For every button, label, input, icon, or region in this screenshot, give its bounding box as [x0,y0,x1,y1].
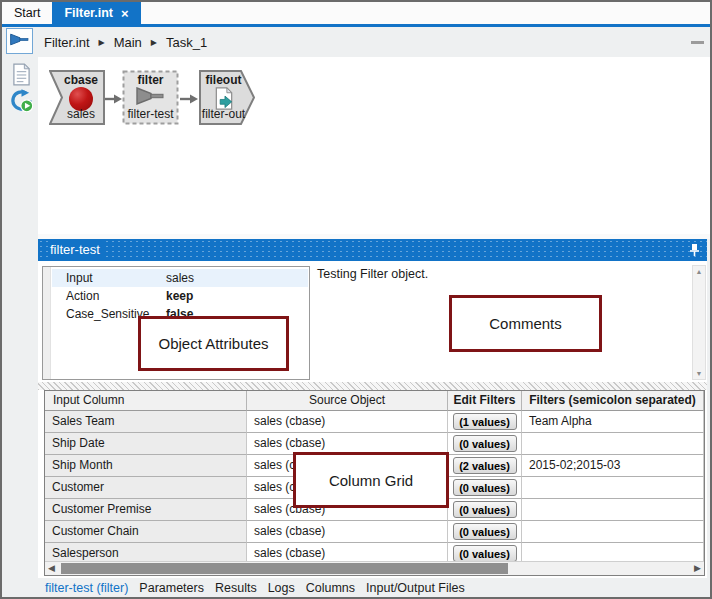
edit-filters-button[interactable]: (1 values) [453,413,517,430]
chevron-right-icon: ▶ [99,37,105,47]
attribute-label: Case_Sensitive [66,305,149,323]
collapse-panel-button[interactable] [691,41,704,44]
interactive-mode-button[interactable] [6,28,33,54]
scroll-right-icon[interactable]: ▶ [694,563,701,573]
attribute-row: Input sales [52,269,308,287]
application-window: Start Filter.int × Filter.int ▶ Main ▶ T… [0,0,712,599]
connector-arrow-icon [180,91,198,103]
node-cbase-sales[interactable]: cbase sales [49,70,105,125]
edit-filters-cell: (0 values) [448,433,522,455]
breadcrumb-item-main[interactable]: Main [114,35,142,50]
header-edit-filters: Edit Filters [448,391,522,411]
tab-filter-int[interactable]: Filter.int × [52,2,140,24]
edit-filters-cell: (0 values) [448,477,522,499]
breadcrumb: Filter.int ▶ Main ▶ Task_1 [44,27,207,57]
hatched-splitter[interactable] [38,382,707,390]
flow-canvas[interactable]: cbase sales filter filter-test [38,57,710,234]
breadcrumb-item-file[interactable]: Filter.int [44,35,90,50]
edit-filters-cell: (1 values) [448,411,522,433]
node-type-label: filter [122,73,179,87]
node-type-label: fileout [199,73,255,87]
horizontal-scrollbar[interactable]: ◀ ▶ [45,561,704,575]
edit-filters-button[interactable]: (0 values) [453,523,517,540]
properties-panel-titlebar: filter-test [38,239,707,261]
tab-results[interactable]: Results [215,581,257,595]
tab-filter-int-label: Filter.int [64,6,113,20]
source-object-cell[interactable]: sales (cbase) [247,521,448,543]
table-row: Sales Team sales (cbase) (1 values) Team… [45,411,704,433]
tab-start-label: Start [14,6,40,20]
breadcrumb-item-task[interactable]: Task_1 [166,35,207,50]
annotation-label: Comments [489,315,562,332]
scroll-down-icon[interactable]: ▼ [693,370,705,377]
header-input-column: Input Column [45,391,247,411]
attribute-label: Action [66,287,99,305]
node-name-label: sales [49,107,105,121]
edit-filters-button[interactable]: (0 values) [453,435,517,452]
tab-start[interactable]: Start [2,2,52,24]
document-tab-bar: Start Filter.int × [2,2,710,24]
attribute-row: Action keep [52,287,308,305]
annotation-object-attributes: Object Attributes [138,316,289,371]
filters-cell[interactable] [522,499,704,521]
edit-filters-cell: (0 values) [448,521,522,543]
filters-cell[interactable]: 2015-02;2015-03 [522,455,704,477]
tab-input-output-files[interactable]: Input/Output Files [366,581,465,595]
input-column-cell[interactable]: Customer Premise [45,499,247,521]
connector-arrow-icon [105,91,122,103]
edit-filters-button[interactable]: (0 values) [453,479,517,496]
filters-cell[interactable] [522,477,704,499]
edit-filters-cell: (0 values) [448,499,522,521]
run-history-icon[interactable] [9,88,33,112]
filters-cell[interactable] [522,433,704,455]
comments-scrollbar[interactable]: ▲ ▼ [692,265,706,380]
bottom-tab-bar: filter-test (filter) Parameters Results … [2,578,710,597]
edit-filters-button[interactable]: (0 values) [453,545,517,562]
annotation-comments: Comments [449,295,602,352]
source-object-cell[interactable]: sales (cbase) [247,411,448,433]
attribute-value[interactable]: keep [166,287,193,305]
panel-title: filter-test [50,239,106,261]
edit-filters-button[interactable]: (0 values) [453,501,517,518]
funnel-icon [10,32,30,50]
tab-filter-test-filter[interactable]: filter-test (filter) [45,581,128,595]
node-name-label: filter-out [199,107,255,121]
tab-columns[interactable]: Columns [306,581,355,595]
input-column-cell[interactable]: Ship Date [45,433,247,455]
chevron-right-icon: ▶ [151,37,157,47]
attribute-value[interactable]: sales [166,269,194,287]
scroll-left-icon[interactable]: ◀ [48,563,55,573]
node-name-label: filter-test [122,107,179,121]
table-header-row: Input Column Source Object Edit Filters … [45,391,704,411]
tab-parameters[interactable]: Parameters [139,581,204,595]
annotation-column-grid: Column Grid [293,452,449,508]
annotation-label: Object Attributes [158,335,268,352]
filters-cell[interactable]: Team Alpha [522,411,704,433]
input-column-cell[interactable]: Ship Month [45,455,247,477]
close-icon[interactable]: × [121,6,129,21]
header-source-object: Source Object [247,391,448,411]
breadcrumb-toolbar: Filter.int ▶ Main ▶ Task_1 [2,27,710,57]
annotation-label: Column Grid [329,472,413,489]
right-gutter [707,239,712,578]
input-column-cell[interactable]: Customer Chain [45,521,247,543]
filters-cell[interactable] [522,521,704,543]
tab-logs[interactable]: Logs [268,581,295,595]
edit-filters-button[interactable]: (2 values) [453,457,517,474]
header-filters: Filters (semicolon separated) [522,391,704,411]
input-column-cell[interactable]: Customer [45,477,247,499]
pin-icon[interactable] [689,243,700,261]
attribute-label: Input [66,269,93,287]
table-row: Customer Chain sales (cbase) (0 values) [45,521,704,543]
edit-filters-cell: (2 values) [448,455,522,477]
node-type-label: cbase [49,73,105,87]
input-column-cell[interactable]: Sales Team [45,411,247,433]
document-icon[interactable] [9,62,33,86]
attribute-grid-gutter [43,267,51,379]
scroll-up-icon[interactable]: ▲ [693,268,705,275]
node-filter-test[interactable]: filter filter-test [122,70,179,125]
funnel-icon [122,87,179,105]
scrollbar-thumb[interactable] [61,563,508,574]
node-fileout-filter-out[interactable]: fileout filter-out [199,70,255,125]
tool-sidebar [2,57,38,578]
